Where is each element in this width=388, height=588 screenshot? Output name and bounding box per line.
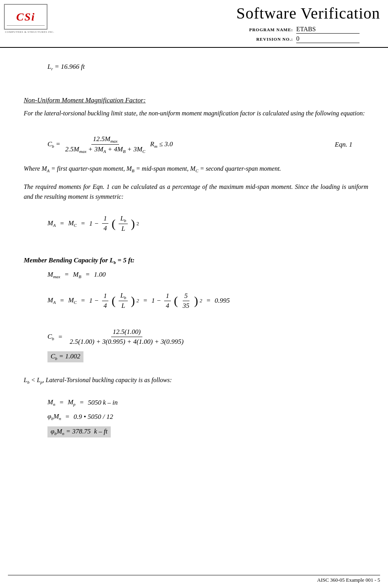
quarter-frac3: 1 4 (164, 292, 171, 310)
cb-calc-fraction: 12.5(1.00) 2.5(1.00) + 3(0.995) + 4(1.00… (68, 328, 185, 346)
page-header: CSi COMPUTERS & STRUCTURES INC. Software… (0, 0, 388, 48)
ma-mc-expanded: MA = MC = 1 − 1 4 ( Lb L ) 2 = 1 − 1 4 (… (47, 292, 368, 310)
logo-text: CSi (16, 11, 35, 23)
quarter-fraction: 1 4 (102, 215, 109, 232)
phi-mn-result-row: φbMn = 378.75 k – ft (47, 426, 368, 437)
ma-mc-formula: MA = MC = 1 − 1 4 ( Lb L ) 2 (47, 215, 368, 233)
cb-equation-left: Cb = 12.5Mmax 2.5Mmax + 3MA + 4MB + 3MC … (47, 135, 173, 154)
cb-fraction: 12.5Mmax 2.5Mmax + 3MA + 4MB + 3MC (64, 135, 147, 154)
mmax-mb-formula: Mmax = MB = 1.00 (47, 271, 368, 279)
lr-formula: Lr = 16.966 ft (47, 63, 368, 71)
five-thirtyfive-frac: 5 35 (181, 292, 191, 310)
page-footer: AISC 360-05 Example 001 - 5 (8, 575, 380, 583)
member-bending-title: Member Bending Capacity for Lb = 5 ft: (24, 256, 368, 265)
logo-area: CSi COMPUTERS & STRUCTURES INC. (4, 4, 55, 34)
lb-lp-condition: Lb < Lp, Lateral-Torsional buckling capa… (24, 375, 368, 386)
ma-description: Where MA = first quarter-span moment, MB… (24, 164, 368, 175)
lb-l-frac2: Lb L (119, 292, 128, 310)
revision-row: REVISION NO.: 0 (238, 35, 380, 43)
program-value: ETABS (296, 26, 360, 34)
eqn-label: Eqn. 1 (335, 141, 352, 149)
section-heading-nonuniform: Non-Uniform Moment Magnification Factor: (24, 96, 368, 104)
lb-l-fraction: Lb L (119, 215, 128, 233)
header-right: Software Verification PROGRAM NAME: ETAB… (55, 4, 380, 43)
intro-paragraph: For the lateral-torsional buckling limit… (24, 108, 368, 119)
program-name-row: PROGRAM NAME: ETABS (238, 26, 380, 34)
cb-calc: Cb = 12.5(1.00) 2.5(1.00) + 3(0.995) + 4… (47, 328, 368, 346)
required-moments-text: The required moments for Eqn. 1 can be c… (24, 182, 368, 202)
revision-value: 0 (296, 35, 360, 43)
program-info: PROGRAM NAME: ETABS REVISION NO.: 0 (238, 26, 380, 43)
phi-mn-result-highlighted: φbMn = 378.75 k – ft (47, 426, 111, 437)
main-title: Software Verification (237, 4, 380, 23)
footer-text: AISC 360-05 Example 001 - 5 (317, 577, 380, 583)
main-content: Lr = 16.966 ft Non-Uniform Moment Magnif… (0, 48, 388, 459)
revision-label: REVISION NO.: (238, 37, 293, 41)
program-label: PROGRAM NAME: (238, 27, 293, 32)
quarter-frac2: 1 4 (102, 292, 109, 310)
cb-result-highlighted: Cb = 1.002 (47, 351, 83, 362)
cb-equation-block: Cb = 12.5Mmax 2.5Mmax + 3MA + 4MB + 3MC … (47, 135, 352, 154)
mn-mp-formula: Mn = Mp = 5050 k – in (47, 398, 368, 407)
phi-mn-calc: φbMn = 0.9 • 5050 / 12 (47, 413, 368, 421)
logo-subtext: COMPUTERS & STRUCTURES INC. (4, 30, 55, 34)
cb-result-row: Cb = 1.002 (47, 351, 368, 362)
logo-box: CSi (4, 4, 47, 30)
